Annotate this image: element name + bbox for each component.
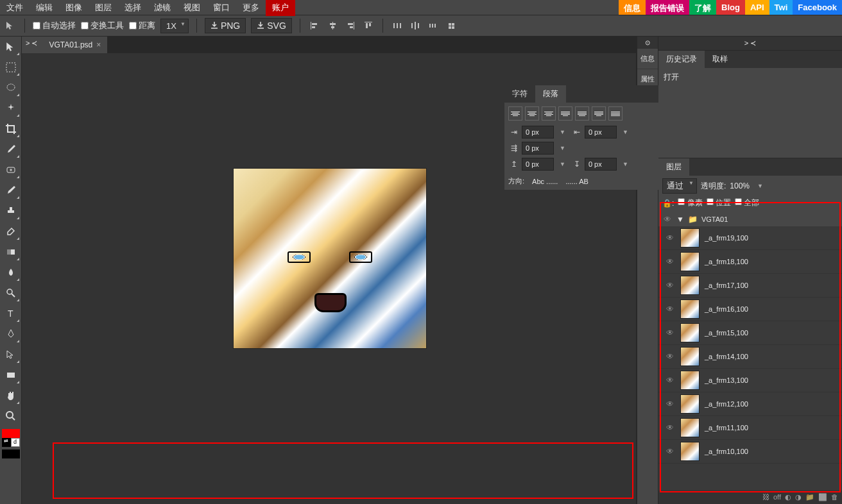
close-tab-icon[interactable]: × (96, 40, 101, 49)
shape-tool[interactable] (1, 365, 21, 385)
dropdown-icon[interactable]: ▼ (753, 183, 767, 189)
layer-group-row[interactable]: 👁 ▼ 📁 VGTA01 (658, 212, 842, 226)
move-tool[interactable] (1, 37, 21, 56)
align-right-icon[interactable] (542, 106, 556, 121)
align-center-h-icon[interactable] (326, 19, 339, 32)
tab-character[interactable]: 字符 (504, 85, 535, 103)
link-layers-icon[interactable]: ⛓ (762, 493, 769, 501)
visibility-icon[interactable]: 👁 (665, 447, 675, 456)
lock-position-checkbox[interactable]: 位置 (707, 197, 731, 208)
layer-row[interactable]: 👁_a_frm10,100 (658, 440, 842, 464)
layer-row[interactable]: 👁_a_frm12,100 (658, 392, 842, 416)
layer-row[interactable]: 👁_a_frm11,100 (658, 416, 842, 440)
link-learn[interactable]: 了解 (689, 0, 716, 15)
indent-left-input[interactable] (522, 126, 554, 139)
link-info[interactable]: 信息 (619, 0, 646, 15)
layer-row[interactable]: 👁_a_frm18,100 (658, 250, 842, 274)
menu-more[interactable]: 更多 (236, 0, 266, 16)
zoom-tool[interactable] (1, 407, 21, 426)
lasso-tool[interactable] (1, 78, 21, 97)
dropdown-icon[interactable]: ▼ (556, 129, 569, 135)
link-twitter[interactable]: Twi (769, 0, 793, 15)
visibility-icon[interactable]: 👁 (665, 399, 675, 408)
menu-account[interactable]: 账户 (266, 0, 295, 16)
align-left-icon[interactable] (308, 19, 321, 32)
visibility-icon[interactable]: 👁 (665, 233, 675, 242)
distribute-h-icon[interactable] (391, 19, 404, 32)
tab-paragraph[interactable]: 段落 (535, 85, 566, 103)
lock-all-checkbox[interactable]: 全部 (735, 197, 759, 208)
adjustment-layer-icon[interactable]: ◑ (795, 493, 802, 501)
dropdown-icon[interactable]: ▼ (556, 145, 569, 151)
mini-panel-collapse[interactable]: ⊙ (637, 37, 658, 49)
eyedropper-tool[interactable] (1, 140, 21, 159)
link-api[interactable]: API (745, 0, 769, 15)
transform-checkbox[interactable]: 变换工具 (81, 20, 124, 31)
foreground-color[interactable] (2, 429, 20, 438)
space-before-input[interactable] (522, 158, 554, 171)
dropdown-icon[interactable]: ▼ (619, 129, 632, 135)
crop-tool[interactable] (1, 119, 21, 139)
distribute-center-icon[interactable] (409, 19, 422, 32)
distance-checkbox[interactable]: 距离 (129, 20, 155, 31)
align-top-icon[interactable] (362, 19, 375, 32)
footer-off[interactable]: off (773, 493, 781, 501)
swap-colors[interactable]: ⇄d (2, 438, 20, 447)
layer-row[interactable]: 👁_a_frm14,100 (658, 345, 842, 369)
visibility-icon[interactable]: 👁 (662, 215, 673, 224)
hand-tool[interactable] (1, 386, 21, 405)
direction-ltr[interactable]: Abc ...... (532, 178, 558, 185)
layer-mask-icon[interactable]: ◐ (785, 493, 791, 501)
menu-window[interactable]: 窗口 (207, 0, 236, 16)
stamp-tool[interactable] (1, 201, 21, 221)
tab-history[interactable]: 历史记录 (658, 51, 705, 68)
visibility-icon[interactable]: 👁 (665, 328, 675, 337)
visibility-icon[interactable]: 👁 (665, 376, 675, 385)
visibility-icon[interactable]: 👁 (665, 305, 675, 314)
far-right-collapse[interactable]: > ≺ (658, 37, 842, 51)
chevron-down-icon[interactable]: ▼ (676, 215, 684, 224)
new-folder-icon[interactable]: 📁 (805, 493, 814, 501)
dodge-tool[interactable] (1, 283, 21, 303)
layer-row[interactable]: 👁_a_frm13,100 (658, 369, 842, 392)
side-tab-info[interactable]: 信息 (637, 49, 658, 69)
auto-select-checkbox[interactable]: 自动选择 (33, 20, 76, 31)
dropdown-icon[interactable]: ▼ (619, 161, 632, 167)
visibility-icon[interactable]: 👁 (665, 281, 675, 290)
link-blog[interactable]: Blog (716, 0, 745, 15)
opacity-value[interactable]: 100% (730, 181, 750, 190)
justify-center-icon[interactable] (575, 106, 589, 121)
pen-tool[interactable] (1, 324, 21, 344)
justify-left-icon[interactable] (558, 106, 572, 121)
layer-row[interactable]: 👁_a_frm17,100 (658, 274, 842, 298)
marquee-tool[interactable] (1, 58, 21, 77)
visibility-icon[interactable]: 👁 (665, 257, 675, 266)
brush-tool[interactable] (1, 181, 21, 200)
align-center-icon[interactable] (525, 106, 539, 121)
menu-layer[interactable]: 图层 (89, 0, 118, 16)
more-options-icon[interactable] (445, 19, 458, 32)
background-color[interactable] (2, 449, 20, 458)
lock-pixels-checkbox[interactable]: 像素 (678, 197, 702, 208)
blend-mode-select[interactable]: 通过 (662, 178, 697, 194)
menu-image[interactable]: 图像 (59, 0, 89, 16)
export-svg-button[interactable]: SVG (251, 18, 292, 33)
layer-row[interactable]: 👁_a_frm19,100 (658, 226, 842, 250)
zoom-select[interactable]: 1X (160, 19, 189, 33)
align-right-icon[interactable] (344, 19, 357, 32)
align-left-icon[interactable] (508, 106, 522, 121)
dropdown-icon[interactable]: ▼ (556, 161, 569, 167)
menu-file[interactable]: 文件 (0, 0, 30, 16)
tab-collapse-toggle[interactable]: > ≺ (22, 37, 41, 53)
first-line-indent-input[interactable] (522, 142, 554, 155)
wand-tool[interactable] (1, 99, 21, 118)
eraser-tool[interactable] (1, 222, 21, 241)
tab-layers[interactable]: 图层 (658, 158, 689, 176)
export-png-button[interactable]: PNG (205, 18, 246, 33)
path-select-tool[interactable] (1, 345, 21, 364)
menu-view[interactable]: 视图 (177, 0, 207, 16)
menu-edit[interactable]: 编辑 (30, 0, 59, 16)
layer-row[interactable]: 👁_a_frm15,100 (658, 321, 842, 345)
visibility-icon[interactable]: 👁 (665, 423, 675, 432)
history-item[interactable]: 打开 (664, 72, 837, 83)
